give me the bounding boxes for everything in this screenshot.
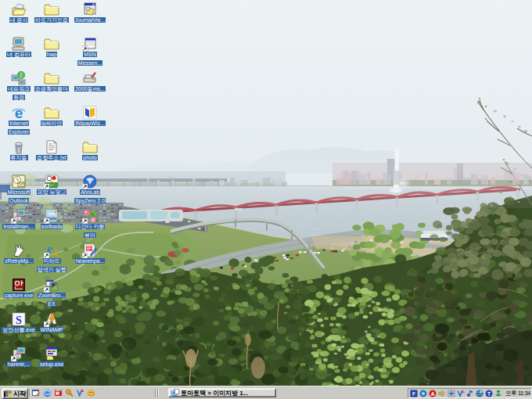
svg-text:A: A bbox=[431, 390, 435, 396]
svg-text:F: F bbox=[412, 390, 415, 396]
svg-text:T: T bbox=[487, 390, 491, 396]
